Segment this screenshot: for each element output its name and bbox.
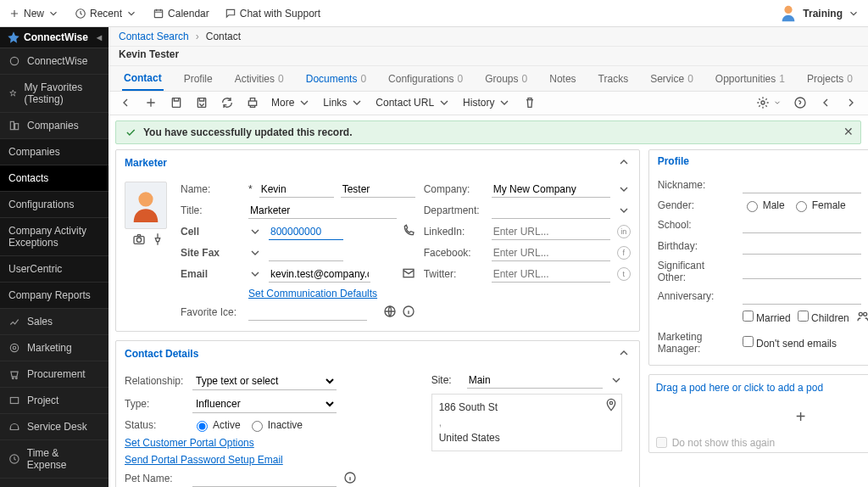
title-input[interactable] — [248, 203, 397, 219]
nickname-input[interactable] — [743, 177, 861, 193]
fax-input[interactable] — [269, 245, 343, 261]
user-menu[interactable]: Training — [779, 4, 860, 23]
chevron-down-icon[interactable] — [248, 267, 262, 281]
nav-favorites[interactable]: My Favorites (Testing) — [0, 75, 108, 113]
facebook-icon[interactable]: f — [617, 246, 631, 260]
tab-documents[interactable]: Documents0 — [304, 68, 368, 90]
nav-finance[interactable]: Finance — [0, 479, 108, 487]
globe-icon[interactable] — [383, 305, 397, 321]
anniversary-input[interactable] — [743, 288, 861, 305]
tab-groups[interactable]: Groups0 — [483, 68, 529, 90]
children-checkbox[interactable]: Children — [798, 311, 849, 324]
next-record[interactable] — [844, 96, 858, 109]
nav-companies[interactable]: Companies — [0, 113, 108, 139]
customer-portal-link[interactable]: Set Customer Portal Options — [125, 437, 254, 449]
status-inactive-radio[interactable]: Inactive — [248, 418, 303, 432]
breadcrumb-search[interactable]: Contact Search — [119, 31, 189, 42]
gender-female-radio[interactable]: Female — [792, 199, 846, 212]
facebook-input[interactable] — [492, 245, 610, 261]
help-button[interactable] — [793, 96, 807, 109]
relationship-select[interactable]: Type text or select — [192, 372, 337, 390]
save-close-button[interactable] — [195, 96, 209, 109]
more-menu[interactable]: More — [271, 96, 311, 109]
pin-icon[interactable] — [151, 232, 164, 249]
nav-service-desk[interactable]: Service Desk — [0, 414, 108, 440]
tab-projects[interactable]: Projects0 — [805, 68, 854, 90]
noemail-checkbox[interactable]: Don't send emails — [743, 336, 837, 350]
twitter-input[interactable] — [492, 266, 610, 283]
sub-companies[interactable]: Companies — [0, 139, 108, 165]
tab-profile[interactable]: Profile — [182, 68, 214, 90]
portal-password-link[interactable]: Send Portal Password Setup Email — [125, 454, 283, 466]
chevron-down-icon[interactable] — [248, 225, 262, 238]
married-checkbox[interactable]: Married — [743, 311, 791, 324]
collapse-icon[interactable] — [617, 346, 631, 362]
info-icon[interactable] — [343, 471, 357, 487]
chat-button[interactable]: Chat with Support — [225, 8, 320, 20]
site-input[interactable] — [467, 372, 603, 389]
banner-close-icon[interactable]: ✕ — [843, 125, 854, 138]
last-name-input[interactable] — [341, 182, 415, 198]
sub-usercentric[interactable]: UserCentric — [0, 256, 108, 283]
add-button[interactable] — [144, 96, 158, 109]
nav-sales[interactable]: Sales — [0, 309, 108, 335]
print-button[interactable] — [246, 96, 259, 109]
status-active-radio[interactable]: Active — [192, 418, 241, 432]
sub-activity-exceptions[interactable]: Company Activity Exceptions — [0, 218, 108, 256]
calendar-button[interactable]: Calendar — [153, 8, 209, 20]
save-button[interactable] — [170, 96, 183, 109]
camera-icon[interactable] — [132, 232, 146, 249]
nav-procurement[interactable]: Procurement — [0, 361, 108, 388]
chevron-down-icon[interactable] — [609, 373, 623, 387]
sub-contacts[interactable]: Contacts — [0, 165, 108, 192]
sub-configurations[interactable]: Configurations — [0, 192, 108, 218]
first-name-input[interactable] — [259, 182, 334, 198]
school-input[interactable] — [743, 217, 861, 233]
nav-marketing[interactable]: Marketing — [0, 335, 108, 361]
info-icon[interactable] — [402, 305, 415, 321]
twitter-icon[interactable]: t — [617, 267, 631, 281]
tab-configurations[interactable]: Configurations0 — [387, 68, 465, 90]
people-icon[interactable] — [856, 310, 868, 326]
company-input[interactable] — [492, 182, 610, 198]
pet-name-input[interactable] — [192, 471, 337, 487]
nav-project[interactable]: Project — [0, 388, 108, 414]
department-input[interactable] — [492, 203, 610, 219]
nav-time-expense[interactable]: Time & Expense — [0, 440, 108, 479]
new-button[interactable]: New — [8, 8, 59, 20]
tab-service[interactable]: Service0 — [648, 68, 695, 90]
tab-contact[interactable]: Contact — [122, 67, 164, 91]
chevron-down-icon[interactable] — [248, 246, 262, 260]
tab-opportunities[interactable]: Opportunities1 — [714, 68, 787, 90]
chevron-down-icon[interactable] — [617, 204, 631, 217]
map-pin-icon[interactable] — [604, 398, 618, 416]
noshow-checkbox[interactable] — [656, 437, 667, 448]
contact-photo[interactable] — [125, 182, 167, 229]
refresh-button[interactable] — [220, 96, 234, 109]
favorite-input[interactable] — [248, 305, 367, 321]
linkedin-icon[interactable]: in — [617, 225, 631, 238]
history-menu[interactable]: History — [463, 96, 511, 109]
tab-activities[interactable]: Activities0 — [233, 68, 286, 90]
settings-menu[interactable] — [756, 96, 782, 109]
birthday-input[interactable] — [743, 238, 861, 255]
phone-input[interactable] — [269, 224, 343, 240]
chevron-down-icon[interactable] — [617, 182, 631, 196]
contact-url-menu[interactable]: Contact URL — [376, 96, 451, 109]
gender-male-radio[interactable]: Male — [743, 199, 785, 212]
comm-defaults-link[interactable]: Set Communication Defaults — [248, 288, 377, 299]
pod-dropzone[interactable]: Drag a pod here or click to add a pod + … — [648, 374, 868, 453]
phone-icon[interactable] — [402, 224, 415, 240]
type-select[interactable]: Influencer — [192, 395, 337, 413]
tab-tracks[interactable]: Tracks — [597, 68, 631, 90]
back-button[interactable] — [119, 96, 132, 109]
links-menu[interactable]: Links — [323, 96, 364, 109]
add-pod-button[interactable]: + — [649, 400, 868, 434]
sigother-input[interactable] — [743, 263, 861, 279]
delete-button[interactable] — [523, 96, 537, 109]
recent-button[interactable]: Recent — [75, 8, 137, 20]
nav-connectwise[interactable]: ConnectWise — [0, 48, 108, 75]
linkedin-input[interactable] — [492, 224, 610, 240]
tab-notes[interactable]: Notes — [548, 68, 577, 90]
sub-company-reports[interactable]: Company Reports — [0, 283, 108, 309]
